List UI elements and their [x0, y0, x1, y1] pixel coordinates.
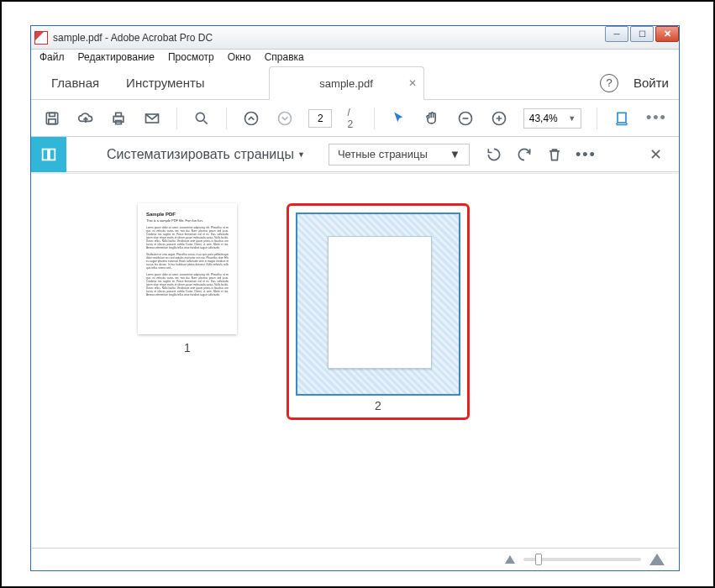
svg-point-9: [278, 112, 291, 124]
menubar: Файл Редактирование Просмотр Окно Справк…: [31, 50, 679, 66]
thumb1-title: Sample PDF: [146, 212, 229, 217]
help-icon[interactable]: ?: [600, 74, 618, 92]
titlebar[interactable]: sample.pdf - Adobe Acrobat Pro DC ─ ☐ ✕: [31, 26, 679, 50]
window-title: sample.pdf - Adobe Acrobat Pro DC: [53, 32, 213, 44]
rotate-cw-icon[interactable]: [515, 145, 534, 164]
zoom-out-icon[interactable]: [456, 109, 475, 128]
thumbnail-area: Sample PDF This is a sample PDF file. Fu…: [32, 173, 678, 547]
print-icon[interactable]: [110, 109, 129, 128]
close-button[interactable]: ✕: [655, 26, 679, 42]
page-filter-select[interactable]: Четные страницы ▼: [329, 144, 470, 165]
page-total-label: / 2: [347, 107, 358, 130]
zoom-select[interactable]: 43,4% ▼: [523, 108, 581, 129]
highlighted-selection: 2: [287, 203, 470, 420]
page-thumbnail-2[interactable]: 2: [291, 213, 465, 412]
svg-rect-12: [618, 113, 626, 123]
zoom-value: 43,4%: [529, 113, 558, 124]
organize-dropdown[interactable]: Систематизировать страницы ▼: [107, 147, 305, 162]
hand-icon[interactable]: [423, 109, 441, 128]
thumb2-blank-page: [328, 236, 432, 369]
menu-window[interactable]: Окно: [223, 51, 256, 66]
svg-rect-1: [50, 113, 55, 116]
next-page-icon[interactable]: [276, 109, 294, 128]
chevron-down-icon: ▼: [297, 150, 305, 159]
close-panel-button[interactable]: ✕: [649, 145, 662, 164]
thumb1-para1: Lorem ipsum dolor sit amet, consectetur …: [146, 226, 229, 249]
svg-rect-2: [49, 118, 55, 123]
thumb1-subtitle: This is a sample PDF file. Fun fun fun.: [146, 218, 229, 223]
svg-rect-4: [116, 113, 122, 116]
menu-file[interactable]: Файл: [34, 51, 70, 66]
thumb-size-small-icon[interactable]: [505, 555, 515, 564]
page-number-input[interactable]: [308, 109, 332, 128]
search-icon[interactable]: [192, 109, 211, 128]
page-thumbnail-1[interactable]: Sample PDF This is a sample PDF file. Fu…: [129, 203, 246, 354]
more-options-icon[interactable]: •••: [576, 146, 592, 163]
zoom-in-icon[interactable]: [490, 109, 508, 128]
app-icon: [34, 31, 48, 45]
svg-point-7: [196, 113, 204, 121]
minimize-button[interactable]: ─: [605, 26, 628, 42]
tab-close-icon[interactable]: ✕: [408, 77, 417, 89]
menu-help[interactable]: Справка: [260, 51, 309, 66]
rotate-ccw-icon[interactable]: [485, 145, 503, 164]
thumb-size-slider[interactable]: [523, 558, 641, 561]
chevron-down-icon: ▼: [568, 114, 576, 123]
svg-rect-13: [43, 149, 48, 160]
thumb1-label: 1: [129, 341, 246, 354]
maximize-button[interactable]: ☐: [630, 26, 654, 42]
tab-tools[interactable]: Инструменты: [113, 66, 218, 99]
tab-home[interactable]: Главная: [38, 66, 113, 99]
select-cursor-icon[interactable]: [390, 109, 408, 128]
svg-rect-14: [50, 149, 55, 160]
main-toolbar: / 2 43,4% ▼ •••: [31, 100, 679, 137]
menu-edit[interactable]: Редактирование: [73, 51, 160, 66]
organize-pages-icon[interactable]: [31, 137, 66, 172]
page-filter-value: Четные страницы: [338, 148, 428, 160]
menu-view[interactable]: Просмотр: [163, 51, 219, 66]
thumb2-label: 2: [291, 399, 465, 412]
tabbar: Главная Инструменты sample.pdf ✕ ? Войти: [31, 66, 679, 100]
delete-icon[interactable]: [545, 145, 564, 164]
fit-width-icon[interactable]: [612, 109, 631, 128]
chevron-down-icon: ▼: [450, 148, 460, 160]
login-button[interactable]: Войти: [634, 76, 669, 90]
organize-toolbar: Систематизировать страницы ▼ Четные стра…: [31, 137, 679, 172]
slider-knob[interactable]: [535, 554, 542, 565]
tab-document[interactable]: sample.pdf ✕: [269, 66, 424, 100]
thumb1-para2: Vestibulum at urna augue. Phasellus vari…: [146, 253, 229, 270]
organize-label-text: Систематизировать страницы: [107, 147, 294, 162]
more-tools-icon[interactable]: •••: [646, 109, 667, 127]
prev-page-icon[interactable]: [242, 109, 260, 128]
statusbar: [32, 548, 678, 570]
save-icon[interactable]: [43, 109, 61, 128]
email-icon[interactable]: [143, 109, 161, 128]
app-window: sample.pdf - Adobe Acrobat Pro DC ─ ☐ ✕ …: [30, 25, 680, 571]
tab-document-label: sample.pdf: [319, 77, 373, 90]
thumb-size-large-icon[interactable]: [649, 554, 665, 565]
svg-point-8: [244, 112, 257, 124]
cloud-upload-icon[interactable]: [76, 109, 95, 128]
thumb1-para3: Lorem ipsum dolor sit amet, consectetur …: [146, 273, 229, 297]
